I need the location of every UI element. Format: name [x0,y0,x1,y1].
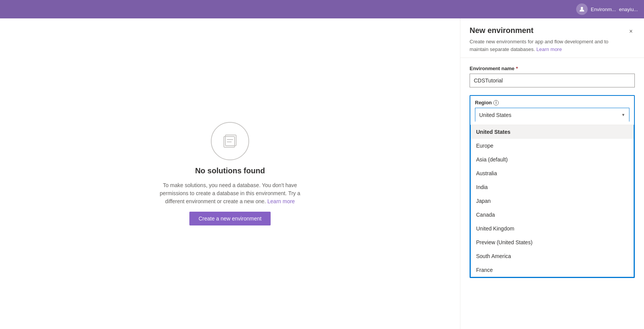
region-option-canada[interactable]: Canada [471,208,634,222]
region-field-group: Region i United States ▼ United States [470,95,635,278]
topbar-user-info: Environm... enayiu... [576,3,638,15]
content-area: No solutions found To make solutions, yo… [0,18,460,329]
new-environment-panel: New environment Create new environments … [460,18,644,329]
panel-learn-more-link[interactable]: Learn more [536,46,562,52]
panel-header-content: New environment Create new environments … [470,26,627,53]
topbar: Environm... enayiu... [0,0,644,18]
region-selected-value: United States [479,112,511,118]
region-option-asia-default[interactable]: Asia (default) [471,153,634,166]
region-option-japan[interactable]: Japan [471,194,634,208]
env-name-field-group: Environment name * [470,66,635,87]
topbar-user-text: enayiu... [619,7,638,12]
topbar-env-text: Environm... [591,7,616,12]
region-label: Region i [475,100,629,105]
empty-title: No solutions found [195,166,265,175]
region-dropdown: United States ▼ [475,108,629,122]
env-name-input[interactable] [470,74,635,87]
panel-close-button[interactable]: × [627,26,635,37]
create-new-environment-button[interactable]: Create a new environment [189,212,271,225]
region-option-australia[interactable]: Australia [471,166,634,180]
region-info-icon[interactable]: i [493,100,499,105]
region-option-europe[interactable]: Europe [471,139,634,153]
required-indicator: * [516,66,518,71]
region-dropdown-list: United States Europe Asia (default) Aust… [470,125,634,277]
region-option-india[interactable]: India [471,180,634,194]
panel-title: New environment [470,26,627,35]
empty-state: No solutions found To make solutions, yo… [153,122,307,225]
panel-description: Create new environments for app and flow… [470,38,627,53]
topbar-avatar [576,3,588,15]
svg-point-0 [581,7,583,9]
learn-more-link[interactable]: Learn more [268,198,295,204]
region-option-france[interactable]: France [471,263,634,277]
panel-header: New environment Create new environments … [460,18,644,58]
region-header: Region i United States ▼ [470,96,634,125]
main-layout: No solutions found To make solutions, yo… [0,18,644,329]
env-name-label: Environment name * [470,66,635,71]
region-option-south-america[interactable]: South America [471,249,634,263]
region-option-united-states[interactable]: United States [471,125,634,139]
empty-icon [211,122,249,160]
chevron-down-icon: ▼ [621,113,625,117]
panel-body: Environment name * Region i United State… [460,58,644,329]
region-option-united-kingdom[interactable]: United Kingdom [471,222,634,235]
region-dropdown-trigger[interactable]: United States ▼ [475,108,629,122]
empty-description: To make solutions, you need a database. … [153,181,307,206]
region-option-preview-united-states[interactable]: Preview (United States) [471,235,634,249]
